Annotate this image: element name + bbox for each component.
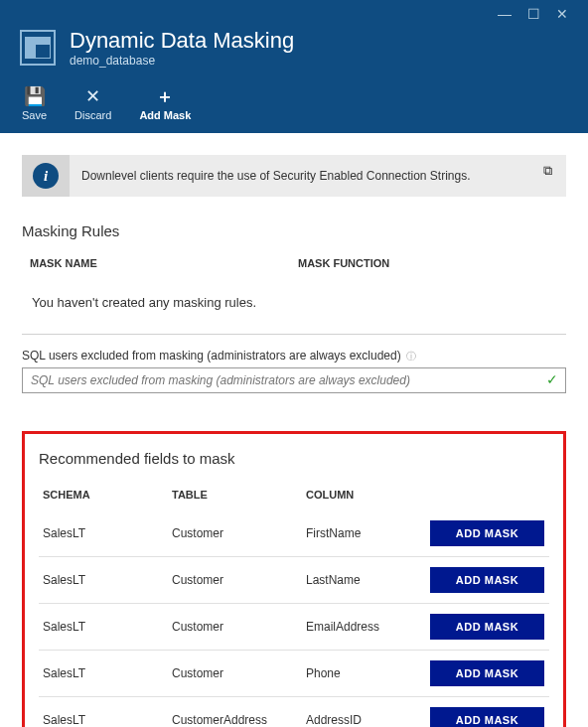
action-cell: ADD MASK bbox=[426, 697, 549, 728]
table-row: SalesLTCustomerPhoneADD MASK bbox=[39, 651, 549, 697]
schema-cell: SalesLT bbox=[39, 604, 168, 651]
action-cell: ADD MASK bbox=[426, 510, 549, 557]
column-cell: FirstName bbox=[302, 510, 426, 557]
add-mask-row-button[interactable]: ADD MASK bbox=[430, 660, 544, 686]
table-cell: Customer bbox=[168, 557, 302, 604]
empty-rules-message: You haven't created any masking rules. bbox=[22, 275, 566, 335]
toolbar: 💾 Save ✕ Discard ＋ Add Mask bbox=[20, 72, 568, 133]
schema-cell: SalesLT bbox=[39, 510, 168, 557]
table-row: SalesLTCustomerLastNameADD MASK bbox=[39, 557, 549, 604]
recommended-title: Recommended fields to mask bbox=[39, 450, 549, 467]
mask-function-header: MASK FUNCTION bbox=[298, 257, 389, 269]
action-cell: ADD MASK bbox=[426, 604, 549, 651]
header-bar: — ☐ ✕ Dynamic Data Masking demo_database… bbox=[0, 0, 588, 133]
save-button[interactable]: 💾 Save bbox=[22, 87, 47, 121]
close-icon[interactable]: ✕ bbox=[556, 6, 568, 22]
recommended-fields-box: Recommended fields to mask SCHEMA TABLE … bbox=[22, 431, 566, 727]
window-controls: — ☐ ✕ bbox=[20, 6, 568, 28]
action-cell: ADD MASK bbox=[426, 651, 549, 697]
table-header: TABLE bbox=[168, 481, 302, 510]
schema-cell: SalesLT bbox=[39, 697, 168, 728]
add-mask-row-button[interactable]: ADD MASK bbox=[430, 614, 544, 640]
check-icon: ✓ bbox=[546, 371, 558, 387]
title-row: Dynamic Data Masking demo_database bbox=[20, 28, 568, 72]
minimize-icon[interactable]: — bbox=[498, 6, 512, 22]
schema-cell: SalesLT bbox=[39, 651, 168, 697]
info-banner: i Downlevel clients require the use of S… bbox=[22, 155, 566, 197]
external-link-icon[interactable]: ⧉ bbox=[543, 163, 552, 179]
add-mask-label: Add Mask bbox=[139, 109, 191, 121]
discard-button[interactable]: ✕ Discard bbox=[74, 87, 111, 121]
content-area: i Downlevel clients require the use of S… bbox=[0, 133, 588, 727]
plus-icon: ＋ bbox=[156, 87, 174, 105]
title-text: Dynamic Data Masking demo_database bbox=[70, 28, 294, 68]
page-subtitle: demo_database bbox=[70, 54, 294, 68]
column-cell: AddressID bbox=[302, 697, 426, 728]
excluded-users-input[interactable] bbox=[22, 367, 566, 393]
table-row: SalesLTCustomerAddressAddressIDADD MASK bbox=[39, 697, 549, 728]
action-header bbox=[426, 481, 549, 510]
column-header: COLUMN bbox=[302, 481, 426, 510]
table-cell: CustomerAddress bbox=[168, 697, 302, 728]
mask-name-header: MASK NAME bbox=[30, 257, 298, 269]
maximize-icon[interactable]: ☐ bbox=[527, 6, 540, 22]
info-icon-box: i bbox=[22, 155, 70, 197]
save-icon: 💾 bbox=[24, 87, 46, 105]
excluded-input-wrap: ✓ bbox=[22, 367, 566, 393]
column-cell: Phone bbox=[302, 651, 426, 697]
info-text: Downlevel clients require the use of Sec… bbox=[70, 155, 566, 197]
table-cell: Customer bbox=[168, 510, 302, 557]
add-mask-row-button[interactable]: ADD MASK bbox=[430, 707, 544, 727]
table-cell: Customer bbox=[168, 604, 302, 651]
excluded-label-text: SQL users excluded from masking (adminis… bbox=[22, 349, 401, 363]
page-title: Dynamic Data Masking bbox=[70, 28, 294, 54]
column-cell: LastName bbox=[302, 557, 426, 604]
table-cell: Customer bbox=[168, 651, 302, 697]
schema-header: SCHEMA bbox=[39, 481, 168, 510]
add-mask-row-button[interactable]: ADD MASK bbox=[430, 520, 544, 546]
action-cell: ADD MASK bbox=[426, 557, 549, 604]
discard-icon: ✕ bbox=[85, 87, 100, 105]
recommended-table: SCHEMA TABLE COLUMN SalesLTCustomerFirst… bbox=[39, 481, 549, 727]
schema-cell: SalesLT bbox=[39, 557, 168, 604]
discard-label: Discard bbox=[74, 109, 111, 121]
excluded-label: SQL users excluded from masking (adminis… bbox=[22, 349, 566, 364]
excluded-users-section: SQL users excluded from masking (adminis… bbox=[22, 349, 566, 393]
column-cell: EmailAddress bbox=[302, 604, 426, 651]
masking-rules-title: Masking Rules bbox=[22, 222, 566, 239]
save-label: Save bbox=[22, 109, 47, 121]
rules-headers: MASK NAME MASK FUNCTION bbox=[22, 251, 566, 275]
add-mask-button[interactable]: ＋ Add Mask bbox=[139, 87, 191, 121]
table-row: SalesLTCustomerFirstNameADD MASK bbox=[39, 510, 549, 557]
info-icon: i bbox=[33, 163, 59, 189]
app-icon bbox=[20, 30, 56, 66]
help-icon[interactable]: ⓘ bbox=[406, 351, 416, 362]
add-mask-row-button[interactable]: ADD MASK bbox=[430, 567, 544, 593]
table-row: SalesLTCustomerEmailAddressADD MASK bbox=[39, 604, 549, 651]
